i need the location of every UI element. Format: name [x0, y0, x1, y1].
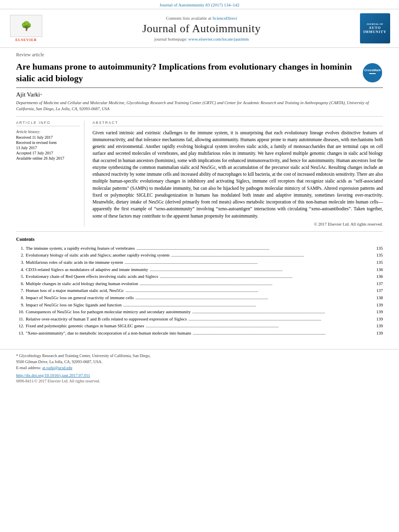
contents-row: 12.Fixed and polymorphic genomic changes…: [16, 322, 383, 330]
header-section: 🌳 ELSEVIER Contents lists available at S…: [0, 9, 399, 48]
contents-item-dots: ........................................…: [146, 322, 370, 330]
contents-item-text: "Xeno-autoimmunity", due to metabolic in…: [26, 330, 191, 337]
contents-item-text: Impact of Neu5Gc loss on Siglec ligands …: [26, 302, 121, 309]
sciencedirect-link[interactable]: ScienceDirect: [212, 16, 237, 21]
affiliation: Departments of Medicine and Cellular and…: [16, 100, 383, 112]
contents-item-text: Fixed and polymorphic genomic changes in…: [26, 322, 144, 330]
date-available: Available online 26 July 2017: [16, 156, 80, 160]
contents-item-dots: ........................................…: [150, 266, 369, 273]
two-col-layout: ARTICLE INFO Article history: Received 1…: [16, 116, 383, 226]
contents-row: 13."Xeno-autoimmunity", due to metabolic…: [16, 330, 383, 337]
contents-item-text: The immune system; a rapidly evolving fe…: [26, 245, 135, 252]
doi-link[interactable]: http://dx.doi.org/10.1016/j.jaut.2017.07…: [16, 373, 383, 378]
contents-item-text: Multifarious roles of sialic acids in th…: [26, 259, 123, 266]
article-info-heading: ARTICLE INFO: [16, 121, 80, 126]
contents-item-num: 2.: [16, 252, 24, 259]
author-sup: *: [40, 92, 42, 97]
crossmark-icon: CrossMark: [364, 65, 380, 81]
autoimmunity-logo-container: JOURNAL OF AUTOIMMUNITY: [359, 13, 391, 43]
contents-item-page: 139: [371, 322, 383, 330]
article-title-section: Are humans prone to autoimmunity? Implic…: [16, 61, 383, 88]
logo-journal-text: JOURNAL OF: [366, 23, 383, 26]
page: Journal of Autoimmunity 83 (2017) 134–14…: [0, 0, 399, 532]
contents-item-text: Human loss of a major mammalian sialic a…: [26, 287, 124, 294]
contents-item-page: 139: [371, 330, 383, 337]
contents-row: 9.Impact of Neu5Gc loss on Siglec ligand…: [16, 302, 383, 309]
author-section: Ajit Varki*: [16, 91, 383, 98]
section-divider: [16, 231, 383, 232]
elsevier-image: 🌳: [10, 15, 42, 37]
contents-item-dots: ........................................…: [171, 252, 369, 259]
top-bar: Journal of Autoimmunity 83 (2017) 134–14…: [0, 0, 399, 9]
footer-issn: 0896-8411/© 2017 Elsevier Ltd. All right…: [16, 379, 383, 383]
contents-item-text: Relative over-reactivity of human T and …: [26, 316, 187, 323]
date-received: Received 11 July 2017: [16, 135, 80, 140]
contents-item-text: Evolutionary chain of Red Queen effects …: [26, 273, 158, 280]
homepage-line: journal homepage: www.elsevier.com/locat…: [154, 37, 249, 41]
article-info-col: ARTICLE INFO Article history: Received 1…: [16, 121, 84, 226]
footer-note-line1: * Glycobiology Research and Training Cen…: [16, 353, 383, 358]
contents-item-num: 12.: [16, 322, 24, 330]
contents-item-text: Consequences of Neu5Gc loss for pathogen…: [26, 308, 191, 316]
contents-item-dots: ........................................…: [136, 294, 370, 302]
contents-item-num: 3.: [16, 259, 24, 266]
sciencedirect-line: Contents lists available at ScienceDirec…: [166, 16, 237, 21]
email-label: E-mail address:: [16, 366, 41, 370]
contents-item-dots: ........................................…: [160, 273, 369, 280]
author-name: Ajit Varki: [16, 91, 40, 98]
contents-item-page: 139: [371, 316, 383, 323]
article-history-label: Article history:: [16, 129, 80, 134]
date-accepted: Accepted 17 July 2017: [16, 151, 80, 155]
date-received-revised: 13 July 2017: [16, 146, 80, 150]
contents-item-dots: ........................................…: [192, 308, 369, 316]
crossmark-badge[interactable]: CrossMark: [363, 63, 383, 83]
contents-title: Contents: [16, 236, 383, 242]
contents-item-text: Evolutionary biology of sialic acids and…: [26, 252, 169, 259]
contents-item-text: Impact of Neu5Gc loss on general reactiv…: [26, 294, 134, 302]
contents-row: 1.The immune system; a rapidly evolving …: [16, 245, 383, 252]
contents-item-num: 6.: [16, 280, 24, 288]
contents-item-page: 135: [371, 245, 383, 252]
page-footer: * Glycobiology Research and Training Cen…: [0, 349, 399, 387]
contents-row: 3.Multifarious roles of sialic acids in …: [16, 259, 383, 266]
logo-ai-text: AUTOIMMUNITY: [363, 26, 387, 34]
contents-item-text: Multiple changes in sialic acid biology …: [26, 280, 138, 288]
date-received-revised-label: Received in revised form: [16, 140, 80, 145]
contents-item-num: 10.: [16, 308, 24, 316]
contents-item-page: 137: [371, 280, 383, 288]
contents-row: 7.Human loss of a major mammalian sialic…: [16, 287, 383, 294]
abstract-col: ABSTRACT Given varied intrinsic and extr…: [93, 121, 383, 226]
contents-row: 6.Multiple changes in sialic acid biolog…: [16, 280, 383, 288]
homepage-link[interactable]: www.elsevier.com/locate/jautimm: [188, 37, 249, 41]
crossmark-circle: CrossMark: [363, 63, 382, 82]
contents-item-page: 136: [371, 266, 383, 273]
contents-row: 2.Evolutionary biology of sialic acids a…: [16, 252, 383, 259]
contents-item-page: 138: [371, 294, 383, 302]
abstract-text: Given varied intrinsic and extrinsic cha…: [93, 129, 383, 220]
contents-item-num: 4.: [16, 266, 24, 273]
email-link[interactable]: at.varki@ucsd.edu: [42, 366, 72, 370]
header-center: Contents lists available at ScienceDirec…: [48, 13, 355, 43]
contents-item-page: 137: [371, 287, 383, 294]
elsevier-label: ELSEVIER: [15, 38, 37, 42]
contents-section: Contents 1.The immune system; a rapidly …: [16, 236, 383, 337]
contents-item-text: CD33-related Siglecs as modulators of ad…: [26, 266, 148, 273]
journal-title: Journal of Autoimmunity: [142, 22, 261, 35]
abstract-paragraph: Given varied intrinsic and extrinsic cha…: [93, 129, 383, 220]
contents-item-dots: ........................................…: [123, 302, 369, 309]
contents-item-dots: ........................................…: [193, 330, 369, 337]
elsevier-tree-icon: 🌳: [21, 22, 32, 31]
contents-item-dots: ........................................…: [188, 316, 369, 323]
article-type-label: Review article: [16, 52, 383, 58]
contents-item-dots: ........................................…: [140, 280, 369, 288]
contents-item-dots: ........................................…: [136, 245, 369, 252]
contents-item-num: 5.: [16, 273, 24, 280]
contents-item-num: 11.: [16, 316, 24, 323]
main-content: Review article Are humans prone to autoi…: [0, 48, 399, 345]
contents-row: 5.Evolutionary chain of Red Queen effect…: [16, 273, 383, 280]
contents-item-num: 9.: [16, 302, 24, 309]
contents-item-dots: ........................................…: [125, 287, 369, 294]
contents-item-dots: ........................................…: [125, 259, 369, 266]
footer-email: E-mail address: at.varki@ucsd.edu: [16, 366, 383, 370]
contents-item-page: 135: [371, 259, 383, 266]
